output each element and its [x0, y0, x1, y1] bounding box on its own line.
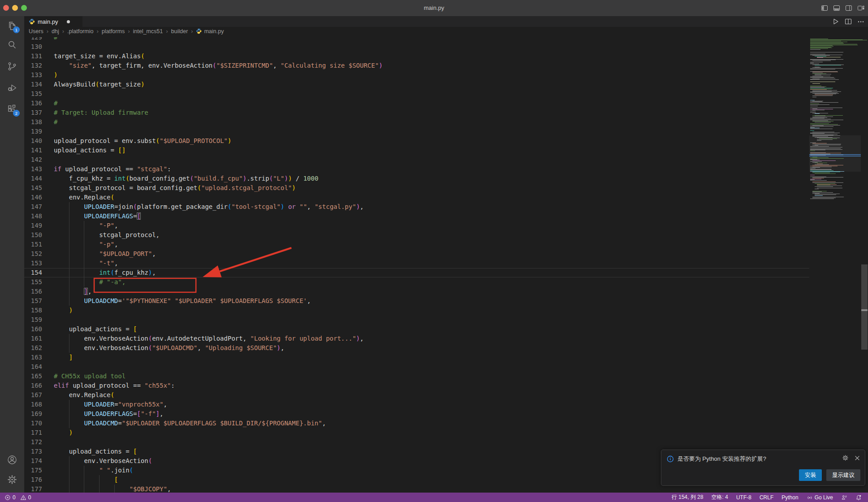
code-line-172[interactable]: 172 — [24, 437, 809, 447]
scrollbar-slider[interactable] — [861, 264, 868, 350]
code-line-161[interactable]: 161 env.VerboseAction(env.AutodetectUplo… — [24, 334, 809, 343]
accounts-icon[interactable] — [7, 454, 17, 465]
breadcrumb-item[interactable]: Users — [29, 28, 43, 35]
code-line-155[interactable]: 155 # "-a", — [24, 277, 809, 287]
indentation[interactable]: 空格: 4 — [712, 493, 728, 501]
code-line-136[interactable]: 136# — [24, 99, 809, 108]
breadcrumb-item[interactable]: builder — [171, 28, 188, 35]
code-line-138[interactable]: 138# — [24, 117, 809, 127]
split-editor-icon[interactable] — [845, 18, 852, 27]
code-line-169[interactable]: 169 UPLOADERFLAGS=["-f"], — [24, 409, 809, 419]
problems-indicator[interactable]: 0 0 — [4, 494, 31, 501]
line-number: 176 — [24, 475, 42, 485]
more-actions-icon[interactable] — [857, 18, 864, 27]
code-line-156[interactable]: 156 ], — [24, 287, 809, 296]
code-line-139[interactable]: 139 — [24, 127, 809, 136]
code-line-143[interactable]: 143if upload_protocol == "stcgal": — [24, 164, 809, 174]
notification-close-icon[interactable] — [854, 455, 860, 463]
line-number: 151 — [24, 240, 42, 249]
code-line-159[interactable]: 159 — [24, 315, 809, 325]
go-live[interactable]: Go Live — [807, 494, 833, 501]
code-line-137[interactable]: 137# Target: Upload firmware — [24, 108, 809, 117]
code-line-146[interactable]: 146 env.Replace( — [24, 193, 809, 202]
line-content: target_size = env.Alias( — [54, 52, 144, 61]
line-content: upload_actions = [] — [54, 146, 126, 155]
feedback-icon[interactable] — [841, 494, 847, 501]
code-line-142[interactable]: 142 — [24, 155, 809, 164]
code-line-131[interactable]: 131target_size = env.Alias( — [24, 52, 809, 61]
tab-bar: main.py — [24, 16, 868, 27]
code-line-140[interactable]: 140upload_protocol = env.subst("$UPLOAD_… — [24, 136, 809, 146]
code-line-166[interactable]: 166elif upload_protocol == "ch55x": — [24, 381, 809, 390]
code-line-153[interactable]: 153 "-t", — [24, 259, 809, 268]
breadcrumb-item[interactable]: main.py — [204, 28, 224, 35]
breadcrumb-separator: › — [59, 28, 67, 35]
extensions-icon[interactable]: 2 — [7, 104, 17, 115]
line-content: f_cpu_khz = int(board_config.get("build.… — [54, 174, 318, 183]
minimap[interactable] — [809, 27, 861, 493]
code-line-149[interactable]: 149 "-P", — [24, 221, 809, 230]
line-content: upload_actions = [ — [54, 447, 137, 456]
code-line-168[interactable]: 168 UPLOADER="vnproch55x", — [24, 400, 809, 409]
code-line-147[interactable]: 147 UPLOADER=join(platform.get_package_d… — [24, 202, 809, 212]
line-content: env.Replace( — [54, 193, 114, 202]
code-line-167[interactable]: 167 env.Replace( — [24, 390, 809, 400]
search-icon[interactable] — [7, 39, 17, 50]
install-button[interactable]: 安装 — [799, 469, 822, 481]
breadcrumb-separator: › — [188, 28, 196, 35]
minimap-line — [812, 97, 816, 97]
breadcrumb-item[interactable]: dhj — [52, 28, 59, 35]
notifications-bell-icon[interactable] — [855, 494, 862, 501]
code-line-148[interactable]: 148 UPLOADERFLAGS=[ — [24, 212, 809, 221]
code-line-141[interactable]: 141upload_actions = [] — [24, 146, 809, 155]
tab-main-py[interactable]: main.py — [24, 16, 82, 27]
customize-layout-icon[interactable] — [857, 4, 864, 13]
code-line-154[interactable]: 154 int(f_cpu_khz), — [24, 268, 809, 277]
code-line-144[interactable]: 144 f_cpu_khz = int(board_config.get("bu… — [24, 174, 809, 183]
language-mode[interactable]: Python — [781, 494, 798, 501]
encoding[interactable]: UTF-8 — [736, 494, 751, 501]
code-line-158[interactable]: 158 ) — [24, 306, 809, 315]
line-number: 162 — [24, 343, 42, 353]
minimap-line — [810, 130, 814, 131]
line-number: 137 — [24, 108, 42, 117]
code-line-170[interactable]: 170 UPLOADCMD="$UPLOADER $UPLOADERFLAGS … — [24, 419, 809, 428]
breadcrumb-separator: › — [163, 28, 171, 35]
run-python-file-icon[interactable] — [832, 18, 839, 27]
code-line-133[interactable]: 133) — [24, 70, 809, 80]
code-line-162[interactable]: 162 env.VerboseAction("$UPLOADCMD", "Upl… — [24, 343, 809, 353]
toggle-primary-sidebar-icon[interactable] — [821, 4, 828, 13]
show-recommendations-button[interactable]: 显示建议 — [826, 469, 860, 481]
source-control-icon[interactable] — [7, 61, 17, 72]
breadcrumb-item[interactable]: platforms — [102, 28, 125, 35]
settings-gear-icon[interactable] — [7, 474, 17, 485]
code-line-135[interactable]: 135 — [24, 89, 809, 99]
code-line-130[interactable]: 130 — [24, 42, 809, 52]
code-line-134[interactable]: 134AlwaysBuild(target_size) — [24, 80, 809, 89]
toggle-secondary-sidebar-icon[interactable] — [845, 4, 852, 13]
code-line-171[interactable]: 171 ) — [24, 428, 809, 437]
run-debug-icon[interactable] — [7, 82, 17, 93]
code-line-132[interactable]: 132 "size", target_firm, env.VerboseActi… — [24, 61, 809, 70]
toggle-panel-icon[interactable] — [833, 4, 840, 13]
code-line-163[interactable]: 163 ] — [24, 353, 809, 362]
breadcrumb-item[interactable]: intel_mcs51 — [133, 28, 163, 35]
notification-settings-icon[interactable] — [842, 454, 849, 463]
eol-sequence[interactable]: CRLF — [760, 494, 773, 501]
code-line-152[interactable]: 152 "$UPLOAD_PORT", — [24, 249, 809, 259]
code-line-151[interactable]: 151 "-p", — [24, 240, 809, 249]
minimap-line — [815, 65, 841, 65]
editor-scrollbar[interactable] — [861, 27, 868, 493]
code-line-150[interactable]: 150 stcgal_protocol, — [24, 230, 809, 240]
cursor-position[interactable]: 行 154, 列 28 — [672, 493, 703, 501]
code-line-165[interactable]: 165# CH55x upload tool — [24, 372, 809, 381]
code-line-157[interactable]: 157 UPLOADCMD='"$PYTHONEXE" "$UPLOADER" … — [24, 296, 809, 306]
explorer-icon[interactable]: 1 — [7, 21, 17, 31]
tab-modified-dot[interactable] — [67, 20, 70, 23]
breadcrumb-item[interactable]: .platformio — [67, 28, 93, 35]
code-line-145[interactable]: 145 stcgal_protocol = board_config.get("… — [24, 183, 809, 193]
code-area[interactable]: 129#130131target_size = env.Alias(132 "s… — [24, 33, 809, 493]
line-number: 166 — [24, 381, 42, 390]
code-line-160[interactable]: 160 upload_actions = [ — [24, 325, 809, 334]
code-line-164[interactable]: 164 — [24, 362, 809, 372]
